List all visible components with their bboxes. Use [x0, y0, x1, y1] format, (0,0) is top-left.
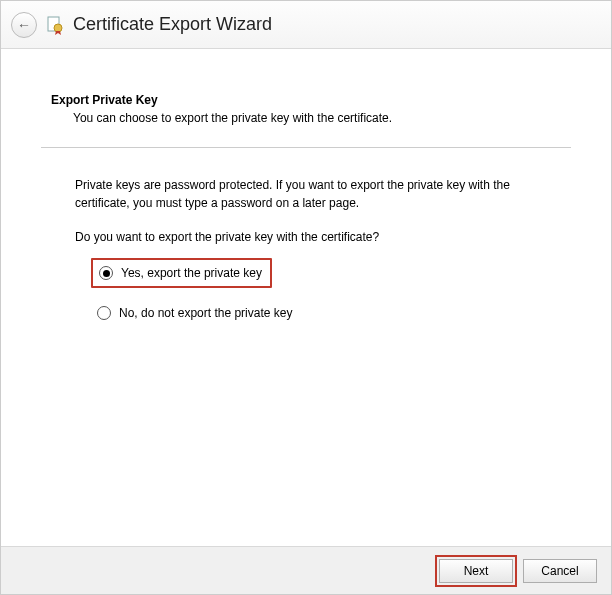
wizard-window: ← Certificate Export Wizard Export Priva…	[0, 0, 612, 595]
back-button[interactable]: ←	[11, 12, 37, 38]
option-yes[interactable]: Yes, export the private key	[91, 258, 272, 288]
cancel-button[interactable]: Cancel	[523, 559, 597, 583]
radio-icon	[99, 266, 113, 280]
wizard-body: Export Private Key You can choose to exp…	[1, 49, 611, 546]
option-yes-label: Yes, export the private key	[121, 266, 262, 280]
certificate-icon	[45, 15, 65, 35]
radio-icon	[97, 306, 111, 320]
info-text: Private keys are password protected. If …	[75, 176, 561, 212]
page-heading: Export Private Key	[51, 93, 561, 107]
next-button[interactable]: Next	[439, 559, 513, 583]
question-text: Do you want to export the private key wi…	[75, 230, 561, 244]
titlebar: ← Certificate Export Wizard	[1, 1, 611, 49]
cancel-button-label: Cancel	[541, 564, 578, 578]
svg-point-1	[54, 24, 62, 32]
page-subheading: You can choose to export the private key…	[73, 111, 561, 125]
option-no[interactable]: No, do not export the private key	[91, 300, 300, 326]
back-arrow-icon: ←	[17, 17, 31, 33]
option-no-label: No, do not export the private key	[119, 306, 292, 320]
wizard-title: Certificate Export Wizard	[73, 14, 272, 35]
footer: Next Cancel	[1, 546, 611, 594]
radio-group: Yes, export the private key No, do not e…	[91, 258, 561, 326]
divider	[41, 147, 571, 148]
next-button-label: Next	[464, 564, 489, 578]
